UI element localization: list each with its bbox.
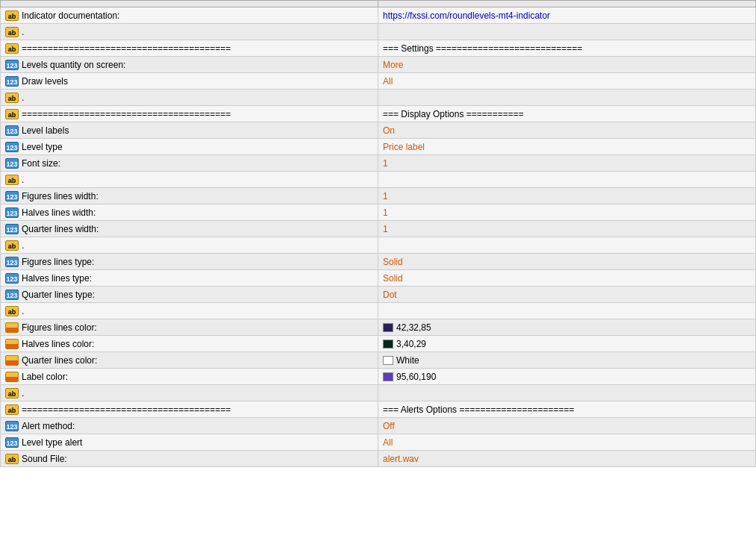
table-row: ab. <box>1 303 756 319</box>
table-row: 123Level type alertAll <box>1 434 756 451</box>
type-badge: ab <box>5 43 19 54</box>
variable-cell: ab. <box>1 24 378 40</box>
color-swatch <box>383 372 393 381</box>
variable-text: Level type alert <box>22 437 82 448</box>
variable-text: ======================================== <box>22 109 231 119</box>
type-badge <box>5 322 19 333</box>
variable-cell: ab======================================… <box>1 40 378 57</box>
type-badge: ab <box>5 306 19 316</box>
variable-cell: ab. <box>1 172 378 188</box>
value-cell: 1 <box>378 188 756 204</box>
variable-text: Quarter lines color: <box>22 355 97 366</box>
type-badge <box>5 339 19 349</box>
variable-cell: ab======================================… <box>1 401 378 418</box>
variable-text: Figures lines color: <box>22 322 97 333</box>
value-cell: 1 <box>378 204 756 221</box>
value-text: Price label <box>383 142 425 152</box>
variable-cell: ab. <box>1 237 378 254</box>
variable-text: ======================================== <box>22 43 231 54</box>
table-row: ab======================================… <box>1 40 756 57</box>
table-row: 123Figures lines width:1 <box>1 188 756 204</box>
value-link[interactable]: https://fxssi.com/roundlevels-mt4-indica… <box>383 10 550 21</box>
type-badge: 123 <box>5 142 19 152</box>
variable-text: Draw levels <box>22 76 68 87</box>
variable-cell: 123Levels quantity on screen: <box>1 57 378 73</box>
variable-cell: Quarter lines color: <box>1 352 378 369</box>
type-badge <box>5 355 19 366</box>
value-cell <box>378 172 756 188</box>
value-text: White <box>396 355 419 366</box>
value-cell: All <box>378 434 756 451</box>
value-text: More <box>383 60 403 70</box>
value-cell <box>378 303 756 319</box>
variable-text: . <box>22 93 24 103</box>
variable-cell: ab. <box>1 303 378 319</box>
variable-text: Level type <box>22 142 63 152</box>
variable-cell: 123Font size: <box>1 155 378 172</box>
value-text: 42,32,85 <box>396 322 431 333</box>
value-cell: Solid <box>378 254 756 270</box>
value-cell: === Display Options =========== <box>378 106 756 122</box>
variable-cell: 123Halves lines width: <box>1 204 378 221</box>
table-row: 123Figures lines type:Solid <box>1 254 756 270</box>
type-badge: 123 <box>5 421 19 431</box>
variable-text: Font size: <box>22 158 60 169</box>
variable-cell: 123Quarter lines type: <box>1 287 378 303</box>
table-row: 123Levels quantity on screen:More <box>1 57 756 73</box>
variable-cell: ab. <box>1 385 378 401</box>
variable-text: Sound File: <box>22 454 67 464</box>
value-text: 1 <box>383 191 388 201</box>
value-cell: === Settings ===========================… <box>378 40 756 57</box>
table-row: 123Halves lines type:Solid <box>1 270 756 287</box>
variable-text: . <box>22 27 24 37</box>
value-text: 95,60,190 <box>396 372 436 382</box>
value-cell <box>378 237 756 254</box>
table-row: 123Quarter lines type:Dot <box>1 287 756 303</box>
table-row: ab. <box>1 385 756 401</box>
variable-cell: ab. <box>1 90 378 106</box>
table-row: ab. <box>1 172 756 188</box>
type-badge: ab <box>5 109 19 119</box>
variable-text: Level labels <box>22 125 69 136</box>
value-text: Off <box>383 421 395 431</box>
table-row: 123Alert method:Off <box>1 418 756 434</box>
variable-cell: Label color: <box>1 369 378 385</box>
type-badge: ab <box>5 454 19 464</box>
variable-cell: abIndicator documentation: <box>1 7 378 24</box>
variable-text: Label color: <box>22 372 68 382</box>
table-row: abSound File:alert.wav <box>1 451 756 467</box>
value-text: All <box>383 76 393 87</box>
type-badge: 123 <box>5 76 19 87</box>
value-text: 3,40,29 <box>396 339 426 349</box>
table-row: Quarter lines color:White <box>1 352 756 369</box>
properties-table: abIndicator documentation:https://fxssi.… <box>0 0 756 467</box>
value-text: Solid <box>383 257 403 267</box>
variable-cell: 123Level type <box>1 139 378 155</box>
value-cell: === Alerts Options =====================… <box>378 401 756 418</box>
variable-text: Alert method: <box>22 421 75 431</box>
variable-text: Levels quantity on screen: <box>22 60 125 70</box>
variable-cell: 123Halves lines type: <box>1 270 378 287</box>
variable-cell: 123Quarter lines width: <box>1 221 378 237</box>
variable-cell: 123Figures lines width: <box>1 188 378 204</box>
type-badge: 123 <box>5 437 19 448</box>
variable-text: Indicator documentation: <box>22 10 119 21</box>
type-badge: ab <box>5 10 19 21</box>
type-badge: 123 <box>5 158 19 169</box>
value-cell: White <box>378 352 756 369</box>
value-header <box>378 1 756 7</box>
value-cell: On <box>378 122 756 139</box>
value-cell: Dot <box>378 287 756 303</box>
value-text: Dot <box>383 290 397 300</box>
table-row: Figures lines color:42,32,85 <box>1 319 756 336</box>
table-row: 123Halves lines width:1 <box>1 204 756 221</box>
type-badge: 123 <box>5 60 19 70</box>
value-cell: More <box>378 57 756 73</box>
value-cell <box>378 24 756 40</box>
variable-text: ======================================== <box>22 404 231 415</box>
value-cell: Price label <box>378 139 756 155</box>
value-cell[interactable]: https://fxssi.com/roundlevels-mt4-indica… <box>378 7 756 24</box>
value-cell: 3,40,29 <box>378 336 756 352</box>
type-badge <box>5 372 19 382</box>
value-cell: 42,32,85 <box>378 319 756 336</box>
